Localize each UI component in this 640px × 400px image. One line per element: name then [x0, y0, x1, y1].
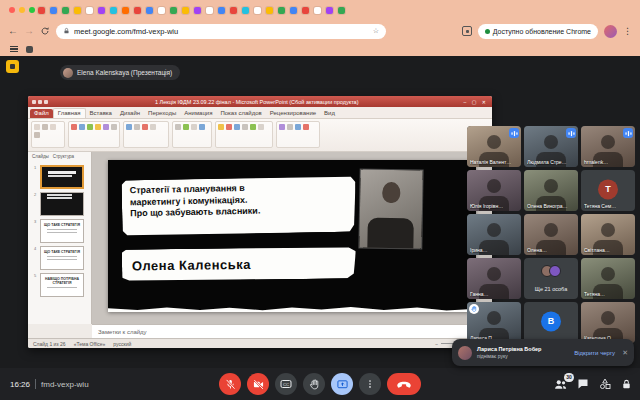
bookmark-star-icon[interactable]: ☆: [373, 27, 379, 35]
browser-tab[interactable]: [230, 7, 237, 14]
slide-thumbnail[interactable]: 1: [34, 165, 87, 189]
open-queue-link[interactable]: Відкрити чергу: [574, 350, 615, 356]
ppt-tab-animation[interactable]: Анимация: [180, 109, 216, 118]
panel-tab-slides[interactable]: Слайды: [32, 154, 49, 160]
participant-tile[interactable]: Катерина О…: [581, 302, 635, 343]
ppt-tab-file[interactable]: Файл: [30, 109, 53, 118]
participant-name: Тетяна…: [584, 291, 605, 297]
browser-tab[interactable]: [50, 7, 57, 14]
ribbon-group[interactable]: [172, 121, 212, 148]
ppt-tab-view[interactable]: Вид: [320, 109, 339, 118]
present-button[interactable]: [331, 373, 353, 395]
ppt-tab-insert[interactable]: Вставка: [86, 109, 116, 118]
browser-tab[interactable]: [194, 7, 201, 14]
ppt-tab-review[interactable]: Рецензирование: [266, 109, 320, 118]
ribbon-group[interactable]: [276, 121, 320, 148]
browser-tab[interactable]: [218, 7, 225, 14]
mic-off-button[interactable]: [219, 373, 241, 395]
ribbon-group[interactable]: [215, 121, 273, 148]
slide-thumbnail[interactable]: 2: [34, 192, 87, 216]
more-options-button[interactable]: [359, 373, 381, 395]
browser-tab[interactable]: [206, 7, 213, 14]
quick-access-icons[interactable]: [32, 100, 50, 104]
extension-widget-icon[interactable]: [6, 60, 19, 73]
participant-tile[interactable]: Олена Виногра…: [524, 170, 578, 211]
forward-icon[interactable]: →: [24, 26, 34, 36]
window-controls[interactable]: [9, 7, 35, 13]
browser-tab[interactable]: [110, 7, 117, 14]
participant-tile[interactable]: Наталія Валент…: [467, 126, 521, 167]
extensions-icon[interactable]: [462, 26, 472, 36]
browser-tab[interactable]: [86, 7, 93, 14]
browser-tab[interactable]: [170, 7, 177, 14]
browser-tab[interactable]: [338, 7, 345, 14]
browser-tab[interactable]: [62, 7, 69, 14]
panel-tab-outline[interactable]: Структура: [53, 154, 74, 160]
browser-tab[interactable]: [134, 7, 141, 14]
browser-profile-avatar[interactable]: [604, 25, 617, 38]
slide-thumbnail[interactable]: 4 ЩО ТАКЕ СТРАТЕГІЯ: [34, 246, 87, 270]
browser-tab[interactable]: [254, 7, 261, 14]
minimize-window-button[interactable]: [19, 7, 25, 13]
end-call-button[interactable]: [387, 373, 421, 395]
browser-tab[interactable]: [98, 7, 105, 14]
browser-tab[interactable]: [314, 7, 321, 14]
participant-tile[interactable]: Ганна…: [467, 258, 521, 299]
ribbon-group[interactable]: [31, 121, 65, 148]
ppt-tab-slideshow[interactable]: Показ слайдов: [216, 109, 265, 118]
ribbon-group[interactable]: [123, 121, 169, 148]
chat-panel-button[interactable]: [577, 378, 589, 390]
ppt-tab-design[interactable]: Дизайн: [116, 109, 144, 118]
host-controls-button[interactable]: [621, 379, 632, 390]
participant-tile[interactable]: Юлія Ігорівн…: [467, 170, 521, 211]
slide-thumbnail[interactable]: 3 ЩО ТАКЕ СТРАТЕГІЯ: [34, 219, 87, 243]
browser-tab[interactable]: [278, 7, 285, 14]
menu-icon[interactable]: [10, 46, 18, 53]
toast-action-text: піднімає руку: [477, 353, 541, 359]
people-panel-button[interactable]: 30: [554, 378, 567, 391]
participant-tile[interactable]: Олена…: [524, 214, 578, 255]
browser-tab[interactable]: [74, 7, 81, 14]
browser-tab[interactable]: [158, 7, 165, 14]
participant-tile[interactable]: Світлана…: [581, 214, 635, 255]
bookmark-app-icon[interactable]: [26, 46, 33, 53]
participant-tile[interactable]: Тетяна…: [581, 258, 635, 299]
close-window-button[interactable]: [9, 7, 15, 13]
browser-tab[interactable]: [326, 7, 333, 14]
browser-menu-icon[interactable]: ⋮: [623, 26, 632, 36]
back-icon[interactable]: ←: [8, 26, 18, 36]
browser-tab[interactable]: [146, 7, 153, 14]
raise-hand-button[interactable]: [303, 373, 325, 395]
participant-tile[interactable]: Т Тетяна Сем…: [581, 170, 635, 211]
maximize-window-button[interactable]: [29, 7, 35, 13]
browser-tab[interactable]: [122, 7, 129, 14]
ppt-notes-pane[interactable]: Заметки к слайду: [92, 324, 492, 338]
participant-tile[interactable]: В: [524, 302, 578, 343]
camera-off-button[interactable]: [247, 373, 269, 395]
browser-tab[interactable]: [290, 7, 297, 14]
browser-tab[interactable]: [266, 7, 273, 14]
browser-tab[interactable]: [182, 7, 189, 14]
address-bar[interactable]: meet.google.com/fmd-vexp-wiu ☆: [56, 24, 386, 39]
captions-button[interactable]: CC: [275, 373, 297, 395]
chrome-update-button[interactable]: Доступно обновление Chrome: [478, 24, 598, 39]
ppt-tab-transitions[interactable]: Переходы: [144, 109, 180, 118]
slide-thumbnail[interactable]: 5 НАВІЩО ПОТРІБНА СТРАТЕГІЯ: [34, 273, 87, 297]
presenting-pill[interactable]: Elena Kalenskaya (Презентація): [60, 65, 180, 80]
participant-tile[interactable]: Ірина…: [467, 214, 521, 255]
participant-tile[interactable]: Лариса П…: [467, 302, 521, 343]
ppt-tab-home[interactable]: Главная: [53, 108, 86, 118]
browser-tab[interactable]: [302, 7, 309, 14]
ppt-window-controls[interactable]: – ▢ ✕: [464, 99, 488, 105]
participant-name: Тетяна Сем…: [584, 203, 616, 209]
clock: 16:26: [10, 380, 30, 389]
participant-tile[interactable]: Людмила Стре…: [524, 126, 578, 167]
close-toast-icon[interactable]: ✕: [622, 349, 628, 357]
participant-tile[interactable]: hrnalenk…: [581, 126, 635, 167]
browser-tab[interactable]: [38, 7, 45, 14]
more-participants-tile[interactable]: Ще 21 особа: [524, 258, 578, 299]
ribbon-group[interactable]: [68, 121, 120, 148]
browser-tab[interactable]: [242, 7, 249, 14]
activities-button[interactable]: [599, 378, 611, 390]
reload-icon[interactable]: [40, 26, 50, 36]
